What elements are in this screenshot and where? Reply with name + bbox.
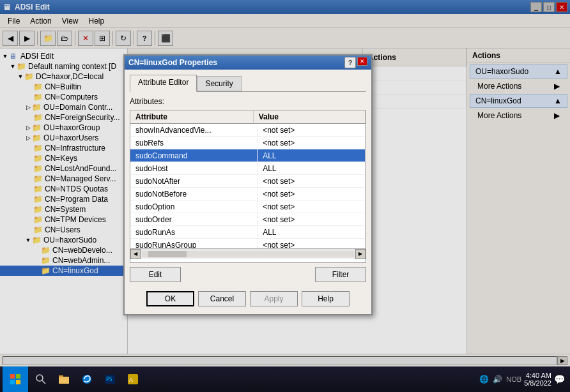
attr-value-cell: <not set> xyxy=(258,239,366,248)
attr-row[interactable]: sudoNotBefore <not set> xyxy=(130,188,366,200)
dialog-help-btn[interactable]: ? xyxy=(344,57,356,68)
attr-name-cell: sudoRunAsGroup xyxy=(130,239,258,248)
attribute-table-container: Attribute Value showInAdvancedVie... <no… xyxy=(130,110,366,263)
svg-text:A: A xyxy=(129,377,133,383)
dialog-overlay: CN=linuxGod Properties ? ✕ Attribute Edi… xyxy=(0,0,570,366)
taskbar-search[interactable] xyxy=(31,369,51,389)
help-button[interactable]: Help xyxy=(302,291,350,306)
network-icon[interactable]: 🌐 xyxy=(479,375,489,384)
apply-button[interactable]: Apply xyxy=(250,291,298,306)
taskbar-file-manager[interactable] xyxy=(54,369,74,389)
attr-row[interactable]: sudoOrder <not set> xyxy=(130,213,366,226)
tab-security[interactable]: Security xyxy=(197,76,241,91)
horiz-scrollbar: ◀ ▶ xyxy=(130,248,366,259)
time-display: 4:40 AM xyxy=(526,372,551,379)
dialog-action-buttons: OK Cancel Apply Help xyxy=(130,286,366,309)
attr-row[interactable]: sudoRunAs ALL xyxy=(130,226,366,239)
filter-button[interactable]: Filter xyxy=(315,267,366,282)
taskbar-adsi[interactable]: A xyxy=(123,369,143,389)
attribute-table-body[interactable]: showInAdvancedVie... <not set> subRefs <… xyxy=(130,124,366,248)
dialog-content: Attribute Editor Security Attributes: At… xyxy=(125,70,371,314)
svg-rect-6 xyxy=(59,377,69,384)
dialog-title-text: CN=linuxGod Properties xyxy=(128,58,217,67)
attr-value-cell: <not set> xyxy=(258,124,366,136)
dialog-title-bar: CN=linuxGod Properties ? ✕ xyxy=(125,56,371,70)
attr-name-cell: sudoCommand xyxy=(130,149,258,162)
svg-rect-7 xyxy=(59,375,63,377)
attr-value-cell: <not set> xyxy=(258,188,366,200)
attr-name-cell: sudoNotAfter xyxy=(130,175,258,187)
attr-value-cell: <not set> xyxy=(258,200,366,213)
language-indicator[interactable]: NOB xyxy=(506,375,521,383)
attr-name-cell: sudoNotBefore xyxy=(130,188,258,200)
taskbar-terminal[interactable]: PS xyxy=(100,369,120,389)
taskbar-right: 🌐 🔊 NOB 4:40 AM 5/8/2022 💬 xyxy=(479,372,570,387)
attr-row[interactable]: sudoNotAfter <not set> xyxy=(130,175,366,188)
svg-rect-1 xyxy=(16,374,20,379)
attr-row-selected[interactable]: sudoCommand ALL xyxy=(130,149,366,162)
attr-name-cell: sudoHost xyxy=(130,162,258,174)
scroll-track xyxy=(142,251,354,257)
date-display: 5/8/2022 xyxy=(524,379,551,387)
system-tray: 🌐 🔊 NOB xyxy=(479,375,521,384)
cancel-button[interactable]: Cancel xyxy=(198,291,246,306)
scroll-thumb[interactable] xyxy=(148,251,187,257)
attr-value-cell: <not set> xyxy=(258,175,366,187)
edit-button[interactable]: Edit xyxy=(130,267,181,282)
dialog-close-btn[interactable]: ✕ xyxy=(357,57,367,66)
attribute-table: Attribute Value showInAdvancedVie... <no… xyxy=(130,110,366,248)
taskbar: PS A 🌐 🔊 NOB 4:40 AM 5/8/2022 💬 xyxy=(0,366,570,392)
attr-name-cell: sudoOption xyxy=(130,200,258,213)
attr-name-cell: sudoRunAs xyxy=(130,226,258,238)
attr-row[interactable]: sudoHost ALL xyxy=(130,162,366,175)
attr-name-cell: showInAdvancedVie... xyxy=(130,124,258,136)
properties-dialog: CN=linuxGod Properties ? ✕ Attribute Edi… xyxy=(123,54,373,315)
attr-row[interactable]: subRefs <not set> xyxy=(130,137,366,149)
volume-icon[interactable]: 🔊 xyxy=(493,375,502,384)
attributes-text: Attributes: xyxy=(130,97,164,106)
svg-rect-3 xyxy=(16,380,20,384)
dialog-title-controls: ? ✕ xyxy=(344,57,367,68)
attr-row[interactable]: sudoRunAsGroup <not set> xyxy=(130,239,366,248)
attr-name-cell: sudoOrder xyxy=(130,213,258,225)
svg-rect-0 xyxy=(10,374,15,379)
attribute-col-header: Attribute xyxy=(130,110,254,123)
taskbar-edge[interactable] xyxy=(77,369,97,389)
tab-attribute-editor[interactable]: Attribute Editor xyxy=(130,75,197,92)
svg-point-4 xyxy=(36,375,43,381)
attr-value-cell: ALL xyxy=(258,149,366,162)
scroll-left-btn[interactable]: ◀ xyxy=(130,249,141,259)
edit-filter-row: Edit Filter xyxy=(130,263,366,282)
svg-line-5 xyxy=(42,381,45,384)
svg-text:PS: PS xyxy=(106,377,112,382)
dialog-tabs: Attribute Editor Security xyxy=(130,75,366,92)
ok-button[interactable]: OK xyxy=(146,291,194,306)
scroll-right-btn[interactable]: ▶ xyxy=(355,249,366,259)
notification-btn[interactable]: 💬 xyxy=(554,374,565,384)
taskbar-left: PS A xyxy=(0,366,143,392)
svg-rect-2 xyxy=(10,380,15,384)
attr-value-cell: <not set> xyxy=(258,137,366,149)
attr-name-cell: subRefs xyxy=(130,137,258,149)
attr-value-cell: ALL xyxy=(258,226,366,238)
attributes-label: Attributes: xyxy=(130,97,366,106)
attr-value-cell: ALL xyxy=(258,162,366,174)
attr-row[interactable]: showInAdvancedVie... <not set> xyxy=(130,124,366,137)
attr-value-cell: <not set> xyxy=(258,213,366,225)
attribute-table-header: Attribute Value xyxy=(130,110,366,124)
start-button[interactable] xyxy=(3,366,28,392)
clock[interactable]: 4:40 AM 5/8/2022 xyxy=(524,372,551,387)
value-col-header: Value xyxy=(254,110,366,123)
attr-row[interactable]: sudoOption <not set> xyxy=(130,200,366,213)
